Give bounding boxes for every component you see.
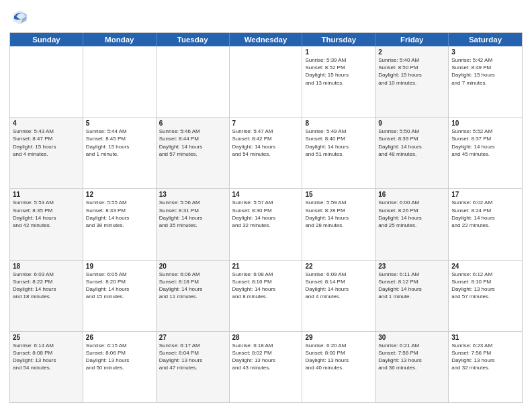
calendar-cell: 12Sunrise: 5:55 AM Sunset: 8:33 PM Dayli… xyxy=(83,189,157,259)
day-info: Sunrise: 5:53 AM Sunset: 8:35 PM Dayligh… xyxy=(13,199,80,229)
day-info: Sunrise: 5:49 AM Sunset: 8:40 PM Dayligh… xyxy=(305,128,372,158)
calendar-header-cell: Monday xyxy=(83,33,157,46)
day-number: 6 xyxy=(159,120,226,127)
calendar-week: 1Sunrise: 5:39 AM Sunset: 8:52 PM Daylig… xyxy=(10,46,522,118)
calendar-cell: 3Sunrise: 5:42 AM Sunset: 8:49 PM Daylig… xyxy=(449,46,522,117)
day-info: Sunrise: 5:42 AM Sunset: 8:49 PM Dayligh… xyxy=(451,56,519,87)
day-info: Sunrise: 5:43 AM Sunset: 8:47 PM Dayligh… xyxy=(13,128,80,158)
day-number: 10 xyxy=(451,120,519,127)
day-info: Sunrise: 6:21 AM Sunset: 7:58 PM Dayligh… xyxy=(378,342,445,372)
day-info: Sunrise: 5:39 AM Sunset: 8:52 PM Dayligh… xyxy=(305,56,372,87)
calendar-header-cell: Saturday xyxy=(449,33,522,46)
calendar-cell: 6Sunrise: 5:46 AM Sunset: 8:44 PM Daylig… xyxy=(157,118,230,188)
calendar-cell xyxy=(230,46,303,117)
day-info: Sunrise: 6:06 AM Sunset: 8:18 PM Dayligh… xyxy=(159,271,226,301)
calendar-cell: 24Sunrise: 6:12 AM Sunset: 8:10 PM Dayli… xyxy=(449,261,522,331)
day-info: Sunrise: 5:59 AM Sunset: 8:28 PM Dayligh… xyxy=(305,199,372,229)
logo xyxy=(9,8,31,27)
calendar-cell: 22Sunrise: 6:09 AM Sunset: 8:14 PM Dayli… xyxy=(302,261,375,331)
day-number: 26 xyxy=(86,334,153,341)
calendar-cell: 23Sunrise: 6:11 AM Sunset: 8:12 PM Dayli… xyxy=(375,261,449,331)
day-number: 13 xyxy=(159,191,226,198)
day-info: Sunrise: 5:47 AM Sunset: 8:42 PM Dayligh… xyxy=(232,128,300,158)
day-info: Sunrise: 6:02 AM Sunset: 8:24 PM Dayligh… xyxy=(451,199,519,229)
day-info: Sunrise: 5:50 AM Sunset: 8:39 PM Dayligh… xyxy=(378,128,445,158)
calendar-cell xyxy=(157,46,230,117)
day-number: 29 xyxy=(305,334,372,341)
calendar-cell: 16Sunrise: 6:00 AM Sunset: 8:26 PM Dayli… xyxy=(375,189,449,259)
calendar-cell: 21Sunrise: 6:08 AM Sunset: 8:16 PM Dayli… xyxy=(230,261,303,331)
calendar-cell xyxy=(10,46,83,117)
day-info: Sunrise: 6:17 AM Sunset: 8:04 PM Dayligh… xyxy=(159,342,226,372)
day-info: Sunrise: 6:23 AM Sunset: 7:56 PM Dayligh… xyxy=(451,342,519,372)
calendar-cell: 4Sunrise: 5:43 AM Sunset: 8:47 PM Daylig… xyxy=(10,118,83,188)
calendar-cell: 17Sunrise: 6:02 AM Sunset: 8:24 PM Dayli… xyxy=(449,189,522,259)
calendar-cell: 27Sunrise: 6:17 AM Sunset: 8:04 PM Dayli… xyxy=(157,332,230,402)
day-number: 4 xyxy=(13,120,80,127)
day-number: 2 xyxy=(378,48,445,56)
day-info: Sunrise: 6:05 AM Sunset: 8:20 PM Dayligh… xyxy=(86,271,153,301)
day-number: 7 xyxy=(232,120,300,127)
header xyxy=(9,8,523,27)
day-info: Sunrise: 5:57 AM Sunset: 8:30 PM Dayligh… xyxy=(232,199,300,229)
calendar-header-cell: Wednesday xyxy=(230,33,303,46)
day-info: Sunrise: 6:00 AM Sunset: 8:26 PM Dayligh… xyxy=(378,199,445,229)
logo-icon xyxy=(9,8,28,27)
calendar-cell: 30Sunrise: 6:21 AM Sunset: 7:58 PM Dayli… xyxy=(375,332,449,402)
day-number: 30 xyxy=(378,334,445,341)
calendar-cell: 9Sunrise: 5:50 AM Sunset: 8:39 PM Daylig… xyxy=(375,118,449,188)
calendar-header: SundayMondayTuesdayWednesdayThursdayFrid… xyxy=(10,33,522,46)
calendar-week: 4Sunrise: 5:43 AM Sunset: 8:47 PM Daylig… xyxy=(10,118,522,189)
day-number: 31 xyxy=(451,334,519,341)
day-number: 24 xyxy=(451,263,519,270)
day-info: Sunrise: 5:55 AM Sunset: 8:33 PM Dayligh… xyxy=(86,199,153,229)
calendar-cell: 14Sunrise: 5:57 AM Sunset: 8:30 PM Dayli… xyxy=(230,189,303,259)
day-number: 20 xyxy=(159,263,226,270)
day-number: 19 xyxy=(86,263,153,270)
calendar-cell: 19Sunrise: 6:05 AM Sunset: 8:20 PM Dayli… xyxy=(83,261,157,331)
day-number: 22 xyxy=(305,263,372,270)
day-info: Sunrise: 6:03 AM Sunset: 8:22 PM Dayligh… xyxy=(13,271,80,301)
calendar-header-cell: Sunday xyxy=(10,33,83,46)
day-info: Sunrise: 5:52 AM Sunset: 8:37 PM Dayligh… xyxy=(451,128,519,158)
day-number: 14 xyxy=(232,191,300,198)
day-info: Sunrise: 6:20 AM Sunset: 8:00 PM Dayligh… xyxy=(305,342,372,372)
day-number: 9 xyxy=(378,120,445,127)
day-number: 1 xyxy=(305,48,372,56)
calendar-cell: 15Sunrise: 5:59 AM Sunset: 8:28 PM Dayli… xyxy=(302,189,375,259)
day-info: Sunrise: 6:15 AM Sunset: 8:06 PM Dayligh… xyxy=(86,342,153,372)
day-info: Sunrise: 6:09 AM Sunset: 8:14 PM Dayligh… xyxy=(305,271,372,301)
day-number: 28 xyxy=(232,334,300,341)
day-number: 17 xyxy=(451,191,519,198)
day-number: 25 xyxy=(13,334,80,341)
day-number: 11 xyxy=(13,191,80,198)
day-number: 16 xyxy=(378,191,445,198)
calendar-cell: 2Sunrise: 5:40 AM Sunset: 8:50 PM Daylig… xyxy=(375,46,449,117)
calendar-header-cell: Tuesday xyxy=(157,33,230,46)
day-info: Sunrise: 6:08 AM Sunset: 8:16 PM Dayligh… xyxy=(232,271,300,301)
calendar-cell: 29Sunrise: 6:20 AM Sunset: 8:00 PM Dayli… xyxy=(302,332,375,402)
calendar-week: 25Sunrise: 6:14 AM Sunset: 8:08 PM Dayli… xyxy=(10,332,522,402)
calendar-week: 11Sunrise: 5:53 AM Sunset: 8:35 PM Dayli… xyxy=(10,189,522,260)
day-info: Sunrise: 5:44 AM Sunset: 8:45 PM Dayligh… xyxy=(86,128,153,158)
day-info: Sunrise: 6:12 AM Sunset: 8:10 PM Dayligh… xyxy=(451,271,519,301)
day-number: 12 xyxy=(86,191,153,198)
calendar: SundayMondayTuesdayWednesdayThursdayFrid… xyxy=(9,32,523,403)
day-info: Sunrise: 5:46 AM Sunset: 8:44 PM Dayligh… xyxy=(159,128,226,158)
day-info: Sunrise: 5:40 AM Sunset: 8:50 PM Dayligh… xyxy=(378,56,445,87)
calendar-cell: 25Sunrise: 6:14 AM Sunset: 8:08 PM Dayli… xyxy=(10,332,83,402)
day-info: Sunrise: 6:14 AM Sunset: 8:08 PM Dayligh… xyxy=(13,342,80,372)
day-number: 21 xyxy=(232,263,300,270)
calendar-cell: 11Sunrise: 5:53 AM Sunset: 8:35 PM Dayli… xyxy=(10,189,83,259)
day-info: Sunrise: 6:18 AM Sunset: 8:02 PM Dayligh… xyxy=(232,342,300,372)
calendar-cell: 18Sunrise: 6:03 AM Sunset: 8:22 PM Dayli… xyxy=(10,261,83,331)
calendar-cell xyxy=(83,46,157,117)
day-number: 15 xyxy=(305,191,372,198)
calendar-cell: 28Sunrise: 6:18 AM Sunset: 8:02 PM Dayli… xyxy=(230,332,303,402)
calendar-header-cell: Thursday xyxy=(302,33,375,46)
day-info: Sunrise: 6:11 AM Sunset: 8:12 PM Dayligh… xyxy=(378,271,445,301)
calendar-header-cell: Friday xyxy=(375,33,449,46)
day-number: 27 xyxy=(159,334,226,341)
calendar-cell: 31Sunrise: 6:23 AM Sunset: 7:56 PM Dayli… xyxy=(449,332,522,402)
day-number: 3 xyxy=(451,48,519,56)
